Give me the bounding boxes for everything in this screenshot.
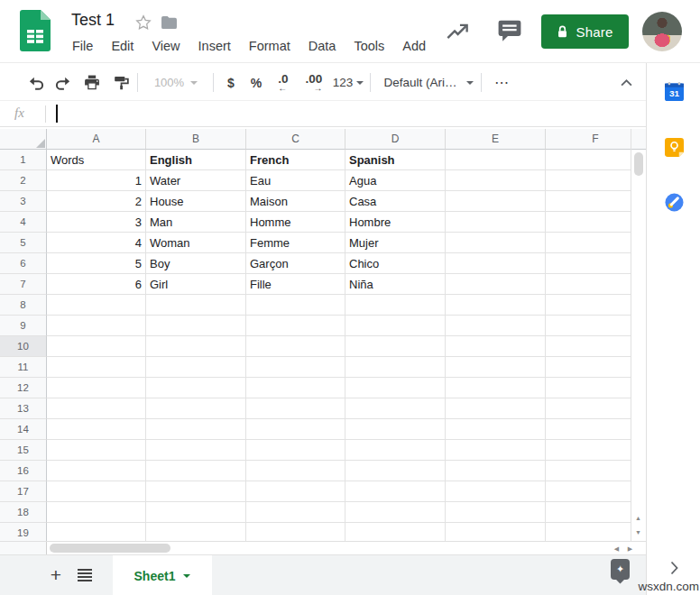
cell-D1[interactable]: Spanish xyxy=(345,150,446,170)
redo-button[interactable] xyxy=(52,64,74,101)
cell-E13[interactable] xyxy=(446,398,546,419)
cell-C18[interactable] xyxy=(246,502,345,523)
document-title[interactable]: Test 1 xyxy=(71,11,115,30)
cell-C19[interactable] xyxy=(246,523,345,541)
cell-B2[interactable]: Water xyxy=(146,170,246,191)
cell-B8[interactable] xyxy=(146,295,246,316)
cell-A4[interactable]: 3 xyxy=(47,212,146,233)
column-header-A[interactable]: A xyxy=(47,129,146,150)
cell-A18[interactable] xyxy=(47,502,146,523)
account-avatar[interactable] xyxy=(642,12,682,51)
formula-bar[interactable]: fx xyxy=(0,102,646,127)
cell-D18[interactable] xyxy=(345,502,446,523)
vertical-scrollbar[interactable]: ▲ ▼ xyxy=(631,129,646,541)
cell-E18[interactable] xyxy=(446,502,546,523)
cell-E3[interactable] xyxy=(446,191,546,212)
more-formats-button[interactable]: 123 xyxy=(330,64,366,101)
row-header-2[interactable]: 2 xyxy=(0,170,47,191)
cell-B6[interactable]: Boy xyxy=(146,253,246,274)
cell-B9[interactable] xyxy=(146,316,246,336)
row-header-16[interactable]: 16 xyxy=(0,461,47,481)
cell-A9[interactable] xyxy=(47,316,146,336)
all-sheets-icon[interactable] xyxy=(78,569,92,581)
cell-C7[interactable]: Fille xyxy=(246,274,345,295)
horizontal-scrollbar-thumb[interactable] xyxy=(50,544,170,553)
cell-C14[interactable] xyxy=(246,419,345,440)
add-sheet-button[interactable]: + xyxy=(44,563,68,588)
cell-C3[interactable]: Maison xyxy=(246,191,345,212)
cell-D7[interactable]: Niña xyxy=(345,274,446,295)
cell-E10[interactable] xyxy=(446,336,546,357)
cell-E2[interactable] xyxy=(446,170,546,191)
scroll-up-button[interactable]: ▲ xyxy=(631,511,645,525)
cell-D19[interactable] xyxy=(345,523,446,541)
cell-D16[interactable] xyxy=(345,461,446,481)
cell-D3[interactable]: Casa xyxy=(345,191,446,212)
paint-format-button[interactable] xyxy=(110,64,132,101)
cell-C5[interactable]: Femme xyxy=(246,233,345,253)
cell-A14[interactable] xyxy=(47,419,146,440)
collapse-toolbar-button[interactable] xyxy=(614,64,638,101)
format-percent-button[interactable]: % xyxy=(246,64,266,101)
decrease-decimal-button[interactable]: .0← xyxy=(271,64,296,101)
cell-B7[interactable]: Girl xyxy=(146,274,246,295)
cell-E12[interactable] xyxy=(446,378,546,398)
toolbar-overflow-button[interactable]: ⋯ xyxy=(489,64,516,101)
cell-D10[interactable] xyxy=(345,336,446,357)
cell-A13[interactable] xyxy=(47,398,146,419)
menu-item-format[interactable]: Format xyxy=(247,38,292,54)
cell-D5[interactable]: Mujer xyxy=(345,233,446,253)
cell-C17[interactable] xyxy=(246,481,345,502)
select-all-corner[interactable] xyxy=(0,129,47,150)
cell-B17[interactable] xyxy=(146,481,246,502)
row-header-13[interactable]: 13 xyxy=(0,398,47,419)
show-side-panel-chevron-icon[interactable] xyxy=(670,561,678,575)
print-button[interactable] xyxy=(81,64,103,101)
cell-B5[interactable]: Woman xyxy=(146,233,246,253)
cell-C8[interactable] xyxy=(246,295,345,316)
zoom-select[interactable]: 100% xyxy=(146,64,206,101)
cell-D4[interactable]: Hombre xyxy=(345,212,446,233)
scroll-left-button[interactable]: ◀ xyxy=(610,542,623,555)
cell-C1[interactable]: French xyxy=(246,150,345,170)
cell-C10[interactable] xyxy=(246,336,345,357)
cell-C4[interactable]: Homme xyxy=(246,212,345,233)
cell-C16[interactable] xyxy=(246,461,345,481)
column-header-B[interactable]: B xyxy=(146,129,246,150)
cell-C15[interactable] xyxy=(246,440,345,461)
cell-B10[interactable] xyxy=(146,336,246,357)
cell-D12[interactable] xyxy=(345,378,446,398)
sheets-logo-icon[interactable] xyxy=(20,10,51,51)
cell-A11[interactable] xyxy=(47,357,146,378)
vertical-scrollbar-thumb[interactable] xyxy=(634,152,643,176)
row-header-14[interactable]: 14 xyxy=(0,419,47,440)
explore-button[interactable]: ✦ xyxy=(611,559,630,580)
cell-A1[interactable]: Words xyxy=(47,150,146,170)
cell-D9[interactable] xyxy=(345,316,446,336)
scroll-down-button[interactable]: ▼ xyxy=(631,526,645,539)
row-header-5[interactable]: 5 xyxy=(0,233,47,253)
share-button[interactable]: Share xyxy=(541,14,629,49)
cell-A10[interactable] xyxy=(47,336,146,357)
cell-D13[interactable] xyxy=(345,398,446,419)
cell-D17[interactable] xyxy=(345,481,446,502)
cell-B15[interactable] xyxy=(146,440,246,461)
cell-E6[interactable] xyxy=(446,253,546,274)
column-header-E[interactable]: E xyxy=(446,129,546,150)
sheet-tab-sheet1[interactable]: Sheet1 xyxy=(113,555,212,595)
tasks-icon[interactable] xyxy=(665,193,684,212)
calendar-icon[interactable]: 31 xyxy=(665,82,684,101)
cell-E1[interactable] xyxy=(446,150,546,170)
insights-chart-icon[interactable] xyxy=(446,20,469,43)
cell-D8[interactable] xyxy=(345,295,446,316)
cell-E11[interactable] xyxy=(446,357,546,378)
cell-D14[interactable] xyxy=(345,419,446,440)
star-icon[interactable] xyxy=(135,14,152,31)
cell-C6[interactable]: Garçon xyxy=(246,253,345,274)
cell-A3[interactable]: 2 xyxy=(47,191,146,212)
cell-C12[interactable] xyxy=(246,378,345,398)
scroll-right-button[interactable]: ▶ xyxy=(623,542,637,555)
row-header-15[interactable]: 15 xyxy=(0,440,47,461)
cell-A5[interactable]: 4 xyxy=(47,233,146,253)
cell-A12[interactable] xyxy=(47,378,146,398)
